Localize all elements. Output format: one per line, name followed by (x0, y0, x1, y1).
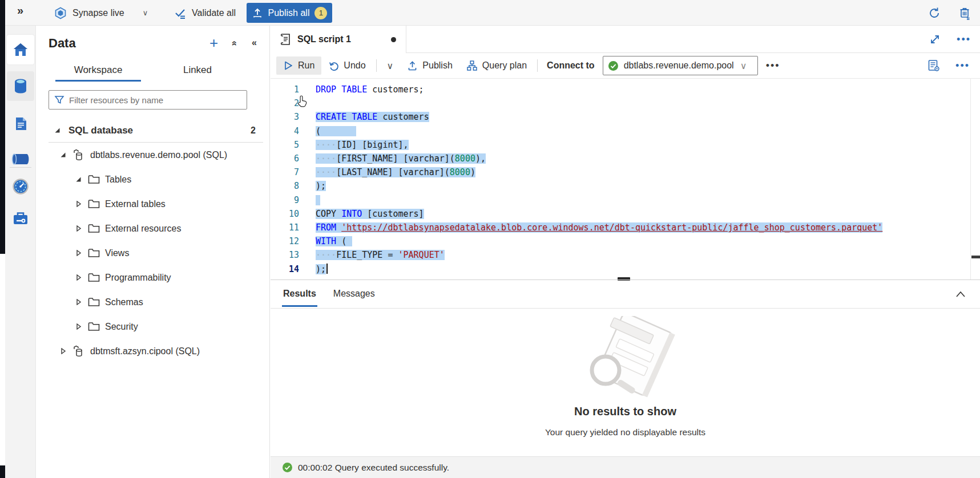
code-line-10[interactable]: 10COPY INTO [customers] (271, 207, 980, 221)
pool-selector-dropdown[interactable]: dbtlabs.revenue.demo.pool ∨ (603, 56, 758, 75)
query-status-bar: 00:00:02 Query executed successfully. (271, 456, 980, 478)
collapse-results-icon[interactable] (955, 290, 966, 298)
code-line-5[interactable]: 5····[ID] [bigint], (271, 138, 980, 152)
no-results-illustration-icon (271, 316, 980, 402)
tree-item-label: SQL database (68, 125, 133, 136)
line-number: 3 (271, 110, 299, 124)
publish-all-button[interactable]: Publish all 1 (247, 3, 332, 23)
publish-button[interactable]: Publish (400, 56, 459, 75)
properties-icon[interactable] (927, 59, 941, 72)
data-icon (12, 78, 29, 95)
add-resource-button[interactable]: + (209, 37, 218, 48)
code-line-4[interactable]: 4( (271, 124, 980, 138)
code-line-9[interactable]: 9 (271, 193, 980, 207)
git-mode-dropdown[interactable]: Synapse live ∨ (54, 0, 148, 26)
nav-data[interactable] (7, 71, 34, 101)
tree-item-security[interactable]: Security (36, 314, 270, 339)
trash-icon[interactable] (958, 6, 972, 20)
code-line-1[interactable]: 1DROP TABLE customers; (271, 83, 980, 96)
tab-workspace[interactable]: Workspace (49, 59, 148, 82)
run-options-chevron[interactable]: ∨ (380, 56, 401, 75)
expand-triangle-icon[interactable] (75, 201, 83, 207)
nav-monitor[interactable] (7, 172, 34, 201)
expand-triangle-icon[interactable] (75, 225, 83, 232)
nav-manage[interactable] (7, 204, 34, 233)
toolbar-more-icon[interactable]: ••• (758, 60, 788, 72)
pool-name: dbtlabs.revenue.demo.pool (624, 60, 734, 71)
validate-label: Validate all (192, 8, 236, 18)
code-line-2[interactable]: 2 (271, 96, 980, 110)
panel-title: Data (49, 36, 76, 51)
expand-editor-icon[interactable] (929, 34, 941, 45)
collapse-all-icon[interactable]: « (230, 41, 240, 45)
collapse-triangle-icon[interactable] (54, 127, 62, 133)
expand-triangle-icon[interactable] (75, 323, 83, 330)
tree-item-views[interactable]: Views (36, 241, 270, 265)
editor-more-icon[interactable]: ••• (955, 60, 970, 72)
nav-integrate[interactable] (7, 144, 34, 174)
expand-left-rail-icon[interactable]: » (17, 4, 23, 17)
query-plan-button[interactable]: Query plan (459, 56, 534, 75)
validate-all-button[interactable]: Validate all (174, 0, 236, 26)
run-button[interactable]: Run (276, 56, 321, 75)
collapse-triangle-icon[interactable] (75, 176, 83, 183)
sql-script-icon (279, 33, 292, 46)
monitor-icon (12, 178, 29, 195)
activity-bar (5, 26, 36, 478)
tree-item-label: Views (105, 248, 129, 258)
nav-home[interactable] (7, 35, 34, 64)
empty-results-title: No results to show (271, 405, 980, 418)
tab-more-icon[interactable]: ••• (957, 34, 971, 46)
filter-box[interactable] (49, 90, 247, 110)
nav-develop[interactable] (7, 109, 34, 139)
code-line-13[interactable]: 13····FILE_TYPE = 'PARQUET' (271, 248, 980, 262)
undo-button[interactable]: Undo (321, 56, 372, 75)
sql-code-editor[interactable]: 1DROP TABLE customers;23CREATE TABLE cus… (271, 79, 980, 279)
folder-icon (88, 248, 100, 258)
code-line-3[interactable]: 3CREATE TABLE customers (271, 110, 980, 124)
mode-label: Synapse live (72, 8, 124, 18)
tree-item-dbtlabs-revenue-demo-pool-sql-[interactable]: dbtlabs.revenue.demo.pool (SQL) (36, 143, 270, 167)
sql-script-tab[interactable]: SQL script 1 (272, 26, 406, 53)
tree-item-external-resources[interactable]: External resources (36, 216, 270, 241)
toolbar-divider (376, 59, 377, 72)
code-line-12[interactable]: 12WITH ( (271, 234, 980, 248)
tab-messages[interactable]: Messages (329, 282, 380, 307)
code-line-6[interactable]: 6····[FIRST_NAME] [varchar](8000), (271, 152, 980, 165)
folder-icon (88, 273, 100, 282)
tab-linked[interactable]: Linked (148, 59, 247, 82)
tree-item-tables[interactable]: Tables (36, 167, 270, 192)
filter-input[interactable] (69, 95, 241, 105)
code-line-text: ····[ID] [bigint], (316, 138, 409, 152)
tree-item-label: Security (105, 322, 138, 332)
tree-item-dbtmsft-azsyn-cipool-sql-[interactable]: dbtmsft.azsyn.cipool (SQL) (36, 339, 270, 363)
database-icon (72, 149, 85, 161)
expand-triangle-icon[interactable] (60, 348, 68, 354)
run-icon (283, 60, 293, 71)
collapse-triangle-icon[interactable] (60, 152, 68, 158)
code-line-text: ); (316, 262, 328, 276)
expand-triangle-icon[interactable] (75, 299, 83, 305)
code-line-11[interactable]: 11FROM 'https://dbtlabsynapsedatalake.bl… (271, 221, 980, 234)
editor-toolbar: Run Undo ∨ Publish (271, 53, 980, 79)
collapse-panel-icon[interactable]: « (252, 38, 257, 48)
tree-item-label: External tables (105, 199, 166, 209)
tab-results[interactable]: Results (279, 282, 321, 307)
code-line-14[interactable]: 14); (271, 262, 980, 276)
success-check-icon (282, 462, 293, 473)
folder-icon (88, 224, 100, 233)
code-line-7[interactable]: 7····[LAST_NAME] [varchar](8000) (271, 165, 980, 179)
refresh-icon[interactable] (927, 6, 941, 20)
tree-item-label: Programmability (105, 273, 171, 283)
synapse-live-icon (54, 7, 67, 19)
resource-tree: SQL database2dbtlabs.revenue.demo.pool (… (36, 118, 270, 363)
tree-item-schemas[interactable]: Schemas (36, 290, 270, 314)
connect-to-label: Connect to (547, 60, 595, 71)
text-caret (326, 264, 328, 274)
expand-triangle-icon[interactable] (75, 250, 83, 256)
tree-item-sql-database[interactable]: SQL database2 (36, 118, 270, 143)
code-line-8[interactable]: 8); (271, 179, 980, 193)
tree-item-programmability[interactable]: Programmability (36, 265, 270, 290)
expand-triangle-icon[interactable] (75, 274, 83, 281)
tree-item-external-tables[interactable]: External tables (36, 192, 270, 216)
